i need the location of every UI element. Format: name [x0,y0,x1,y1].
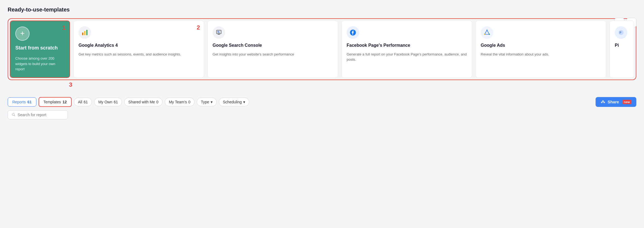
gads-icon [481,26,493,39]
pill-teams-count: 0 [188,100,190,104]
card-gads-desc: Reveal the vital information about your … [481,52,601,57]
card-ga4-desc: Get key metrics such as sessions, events… [79,52,199,57]
partial-icon: P [615,26,627,39]
card-gsc-desc: Get insights into your website's search … [213,52,333,57]
share-new-badge: new [622,100,631,104]
tab-templates-label: Templates [43,100,61,104]
pill-teams-label: My Team's [169,100,187,104]
card-ga4-badge: 2 [197,24,200,31]
tab-reports[interactable]: Reports 61 [8,97,36,107]
card-fb-title: Facebook Page's Performance [347,43,467,48]
pill-all[interactable]: All 61 [74,98,92,106]
svg-rect-0 [82,33,83,35]
card-ga4-title: Google Analytics 4 [79,43,199,48]
card-partial[interactable]: P Pi [610,21,634,78]
pill-my-teams[interactable]: My Team's 0 [165,98,195,106]
svg-marker-10 [485,30,489,34]
pill-shared-count: 0 [156,100,158,104]
dropdown-type-label: Type [201,100,209,104]
card-ga4[interactable]: 2 Google Analytics 4 Get key metrics suc… [73,21,204,78]
svg-point-13 [484,34,485,35]
chevron-down-icon-2: ▾ [243,100,245,104]
ga4-icon [79,26,91,39]
svg-rect-1 [84,31,85,35]
card-gads[interactable]: Google Ads Reveal the vital information … [475,21,606,78]
cards-row: 1 + Start from scratch Choose among over… [10,21,634,78]
search-input[interactable] [18,113,64,117]
search-row [8,110,636,119]
card-scratch-title: Start from scratch [15,45,65,51]
dropdown-type[interactable]: Type ▾ [197,98,216,106]
templates-section: 1 + Start from scratch Choose among over… [8,18,636,89]
share-label: Share [608,100,619,104]
svg-point-11 [486,30,488,31]
card-fb-desc: Generate a full report on your Facebook … [347,52,467,62]
dropdown-scheduling[interactable]: Scheduling ▾ [219,98,249,106]
tab-reports-label: Reports [12,100,26,104]
card-scratch[interactable]: 1 + Start from scratch Choose among over… [10,21,70,78]
card-scratch-desc: Choose among over 200 widgets to build y… [15,56,65,72]
chevron-down-icon: ▾ [211,100,213,104]
pill-all-count: 61 [84,100,88,104]
filter-bar: Reports 61 Templates 12 All 61 My Own 61… [8,97,636,107]
svg-point-12 [489,34,490,35]
pill-my-own-label: My Own [98,100,112,104]
card-fb[interactable]: Facebook Page's Performance Generate a f… [341,21,472,78]
pill-shared-with-me[interactable]: Shared with Me 0 [124,98,163,106]
search-icon [12,113,15,117]
gsc-icon [213,26,225,39]
svg-text:P: P [620,31,622,34]
cards-container: 1 + Start from scratch Choose among over… [8,18,636,80]
badge-3-label: 3 [69,81,72,88]
card-gads-title: Google Ads [481,43,601,48]
tab-templates-count: 12 [62,100,67,104]
pill-shared-label: Shared with Me [128,100,155,104]
page-title: Ready-to-use-templates [8,7,636,13]
pill-all-label: All [78,100,82,104]
svg-point-16 [602,100,604,102]
svg-rect-2 [86,30,87,35]
plus-icon-circle: + [15,27,30,41]
svg-line-21 [14,115,15,116]
card-partial-title: Pi [615,43,629,48]
share-icon: + [601,100,605,104]
pill-my-own[interactable]: My Own 61 [94,98,122,106]
tab-templates[interactable]: Templates 12 [39,97,72,107]
share-button[interactable]: + Share new [596,97,636,107]
search-input-wrap [8,110,68,119]
card-scratch-badge: 1 [62,24,66,31]
fb-icon [347,26,359,39]
pill-my-own-count: 61 [114,100,118,104]
card-gsc-title: Google Search Console [213,43,333,48]
dropdown-scheduling-label: Scheduling [223,100,242,104]
plus-icon: + [20,30,25,37]
card-gsc[interactable]: Google Search Console Get insights into … [207,21,338,78]
tab-reports-count: 61 [27,100,32,104]
